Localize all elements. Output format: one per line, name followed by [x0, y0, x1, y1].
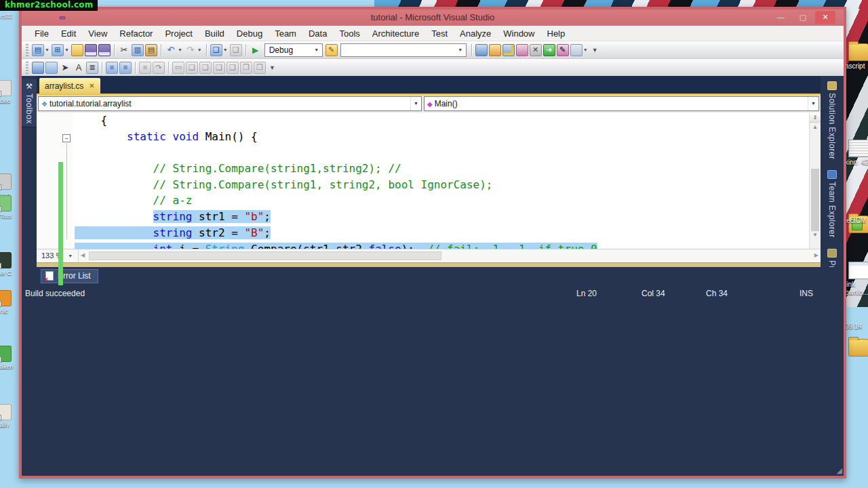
wrap-lines-button[interactable]: ↷ — [153, 62, 165, 74]
increase-indent-button[interactable]: ≡ — [119, 62, 132, 74]
code-line[interactable]: { — [75, 113, 809, 129]
vertical-scrollbar[interactable]: ⇕ ▲ ▼ — [809, 113, 821, 249]
toolbar-overflow-button[interactable]: ▼ — [269, 64, 275, 71]
validate-all-button[interactable]: ❒ — [254, 62, 266, 74]
code-editor[interactable]: { static void Main() { // String.Compare… — [73, 113, 809, 249]
show-lines-button[interactable]: ≡ — [139, 62, 151, 74]
properties-window-button[interactable] — [502, 44, 515, 56]
chevron-down-icon[interactable]: ▼ — [808, 97, 818, 110]
horizontal-scrollbar-thumb[interactable] — [89, 251, 441, 260]
vertical-scrollbar-thumb[interactable] — [811, 169, 819, 231]
code-line[interactable]: string str2 = "B"; — [75, 225, 809, 241]
desktop-icon-folder[interactable] — [848, 339, 868, 357]
menu-test[interactable]: Test — [425, 26, 454, 41]
copy-button[interactable]: ▥ — [132, 44, 144, 56]
view-designer-button[interactable] — [32, 62, 44, 74]
chevron-down-icon[interactable]: ▼ — [455, 47, 466, 52]
command-window-dropdown-caret[interactable]: ▼ — [583, 47, 588, 52]
comment-2-button[interactable]: ❑ — [199, 62, 212, 74]
toolbox-window-button[interactable]: ✕ — [530, 44, 542, 56]
code-line[interactable]: // String.Compare(string1, string2, bool… — [75, 177, 809, 193]
menu-refactor[interactable]: Refactor — [113, 26, 159, 41]
maximize-button[interactable]: ▢ — [793, 11, 813, 24]
desktop-icon-file[interactable] — [848, 140, 868, 157]
new-project-dropdown-caret[interactable]: ▼ — [45, 47, 50, 52]
cut-button[interactable]: ✂ — [118, 44, 130, 56]
resize-grip-icon[interactable]: ◢ — [837, 466, 842, 475]
redo-dropdown-caret[interactable]: ▼ — [197, 47, 202, 52]
menu-tools[interactable]: Tools — [333, 26, 366, 41]
minimize-button[interactable]: — — [770, 11, 791, 24]
toolbar-grip[interactable] — [26, 62, 28, 74]
object-browser-button[interactable] — [516, 44, 528, 56]
select-pointer-button[interactable]: ➤ — [59, 62, 71, 74]
new-project-button[interactable]: ▤ — [32, 44, 44, 56]
menu-help[interactable]: Help — [541, 26, 572, 41]
comment-1-button[interactable]: ❑ — [186, 62, 198, 74]
scroll-left-icon[interactable]: ◀ — [81, 252, 85, 258]
menu-analyze[interactable]: Analyze — [454, 26, 497, 41]
sidebar-tab-team-explorer[interactable]: Team Explorer — [827, 170, 837, 238]
redo-button[interactable]: ↷ — [184, 44, 197, 56]
document-outline-button[interactable]: ≣ — [86, 62, 98, 74]
toolbar-grip[interactable] — [26, 44, 28, 56]
font-button[interactable]: A — [73, 62, 85, 74]
members-dropdown[interactable]: ◆ Main() ▼ — [424, 96, 819, 111]
toolbar-overflow-button[interactable]: ▼ — [592, 47, 598, 54]
code-line[interactable]: // String.Compare(string1,string2); // — [75, 161, 809, 177]
scroll-right-icon[interactable]: ▶ — [814, 252, 818, 258]
tab-close-icon[interactable]: ✕ — [89, 82, 94, 89]
types-dropdown[interactable]: ❖ tutorial.tutorial.arraylist ▼ — [38, 96, 422, 111]
solution-explorer-button[interactable] — [489, 44, 501, 56]
menu-team[interactable]: Team — [269, 26, 302, 41]
comment-bubble-dropdown-caret[interactable]: ▼ — [223, 47, 228, 52]
scroll-up-icon[interactable]: ▲ — [810, 124, 821, 130]
code-line[interactable]: // a-z — [75, 192, 809, 209]
scroll-down-icon[interactable]: ▼ — [810, 232, 821, 238]
find-in-files-button[interactable] — [475, 44, 488, 56]
comment-3-button[interactable]: ❑ — [213, 62, 225, 74]
horizontal-scrollbar[interactable]: ◀ ▶ — [79, 249, 821, 262]
menu-debug[interactable]: Debug — [231, 26, 269, 41]
desktop-shortcut-icon[interactable] — [0, 290, 12, 306]
title-bar[interactable]: ∞ tutorial - Microsoft Visual Studio — ▢… — [22, 9, 844, 26]
menu-view[interactable]: View — [82, 26, 113, 41]
start-page-button[interactable]: ➜ — [543, 44, 555, 56]
desktop-shortcut-icon[interactable] — [0, 195, 12, 211]
comment-bubble-button[interactable]: ❑ — [210, 44, 222, 56]
code-line[interactable]: string str1 = "b"; — [75, 209, 809, 225]
menu-file[interactable]: File — [28, 26, 55, 41]
menu-project[interactable]: Project — [159, 26, 198, 41]
view-code-button[interactable] — [45, 62, 58, 74]
code-line[interactable]: static void Main() { — [75, 129, 809, 145]
desktop-icon-folder[interactable] — [848, 43, 868, 61]
validate-button[interactable]: ❒ — [240, 62, 252, 74]
desktop-shortcut-icon[interactable] — [0, 174, 12, 190]
chevron-down-icon[interactable]: ▼ — [410, 97, 421, 110]
add-new-item-dropdown-caret[interactable]: ▼ — [64, 47, 69, 52]
desktop-shortcut-icon[interactable] — [0, 346, 12, 362]
command-window-button[interactable] — [570, 44, 583, 56]
sidebar-tab-toolbox[interactable]: ⚒ Toolbox — [22, 79, 37, 127]
desktop-shortcut-icon[interactable] — [0, 252, 12, 268]
chevron-down-icon[interactable]: ▼ — [311, 47, 322, 52]
extension-manager-button[interactable]: ✎ — [557, 44, 569, 56]
save-all-button[interactable] — [98, 44, 111, 56]
close-button[interactable]: ✕ — [815, 11, 835, 24]
solution-platforms-button[interactable]: ✎ — [326, 44, 338, 56]
undo-button[interactable]: ↶ — [165, 44, 177, 56]
editor-gutter[interactable]: − — [37, 113, 73, 249]
code-line[interactable]: int i = String.Compare(str1,str2,false);… — [75, 241, 809, 249]
undo-dropdown-caret[interactable]: ▼ — [178, 47, 182, 52]
start-debugging-button[interactable]: ▶ — [250, 44, 262, 56]
comment-4-button[interactable]: ❑ — [226, 62, 239, 74]
document-tab-arraylist[interactable]: arraylist.cs ✕ — [39, 78, 100, 94]
menu-architecture[interactable]: Architecture — [366, 26, 425, 41]
feedback-button[interactable]: ❑ — [230, 44, 242, 56]
splitter-handle[interactable]: ⇕ — [810, 113, 821, 123]
solution-configurations-combo[interactable]: Debug▼ — [264, 43, 323, 57]
new-window-button[interactable]: ▭ — [172, 62, 184, 74]
paste-button[interactable]: ▤ — [145, 44, 157, 56]
save-button[interactable] — [85, 44, 97, 56]
desktop-icon-notepad[interactable] — [848, 262, 868, 279]
